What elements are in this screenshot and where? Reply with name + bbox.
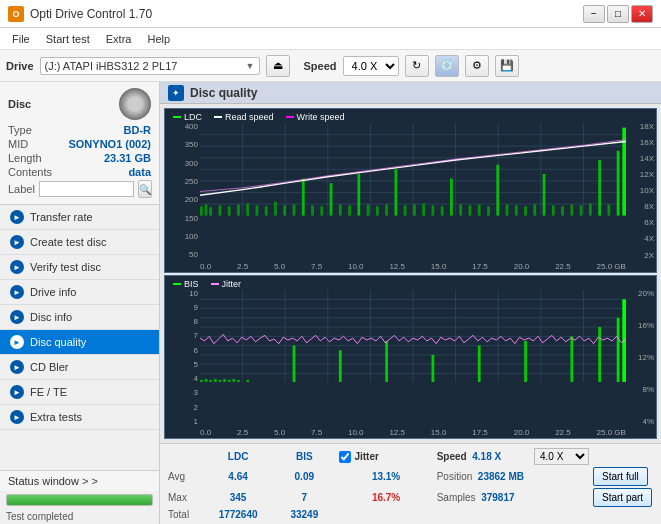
progress-bar-container [6, 494, 153, 506]
svg-rect-57 [570, 204, 573, 215]
minimize-button[interactable]: − [583, 5, 605, 23]
menu-help[interactable]: Help [139, 31, 178, 47]
stats-max-row: Max 345 7 16.7% Samples 379817 Start par… [168, 488, 653, 507]
stats-total-row: Total 1772640 33249 [168, 509, 653, 520]
sidebar-item-verify-test-disc[interactable]: ► Verify test disc [0, 255, 159, 280]
menu-file[interactable]: File [4, 31, 38, 47]
eject-button[interactable]: ⏏ [266, 55, 290, 77]
avg-jitter: 13.1% [339, 471, 432, 482]
position-label-cell: Position 23862 MB [437, 471, 530, 482]
nav-label-cd-bler: CD Bler [30, 361, 69, 373]
nav-label-disc-quality: Disc quality [30, 336, 86, 348]
disc-button[interactable]: 💿 [435, 55, 459, 77]
write-speed-legend-label: Write speed [297, 112, 345, 122]
svg-rect-98 [570, 336, 573, 382]
position-val: 23862 MB [478, 471, 524, 482]
speed-select[interactable]: 4.0 X 1.0 X 2.0 X 8.0 X [343, 56, 399, 76]
chart1-y-axis: 400 350 300 250 200 150 100 50 [165, 109, 200, 272]
disc-panel-header: Disc [8, 88, 151, 120]
sidebar-item-drive-info[interactable]: ► Drive info [0, 280, 159, 305]
avg-label: Avg [168, 471, 203, 482]
refresh-button[interactable]: ↻ [405, 55, 429, 77]
disc-label-input[interactable] [39, 181, 134, 197]
svg-rect-26 [283, 205, 286, 215]
read-speed-legend-label: Read speed [225, 112, 274, 122]
chart2-y-right-axis: 20% 16% 12% 8% 4% [626, 276, 656, 439]
svg-rect-23 [256, 205, 259, 215]
main-layout: Disc Type BD-R MID SONYNO1 (002) Length … [0, 82, 661, 524]
write-speed-legend-item: Write speed [286, 112, 345, 122]
disc-contents-row: Contents data [8, 166, 151, 178]
chart2-svg [200, 290, 626, 383]
disc-contents-value: data [128, 166, 151, 178]
svg-rect-48 [487, 206, 490, 215]
jitter-col-label: Jitter [354, 451, 378, 462]
svg-rect-94 [385, 340, 388, 382]
samples-val: 379817 [481, 492, 514, 503]
save-button[interactable]: 💾 [495, 55, 519, 77]
svg-rect-83 [205, 378, 208, 382]
nav-label-disc-info: Disc info [30, 311, 72, 323]
jitter-checkbox[interactable] [339, 451, 351, 463]
disc-mid-value: SONYNO1 (002) [68, 138, 151, 150]
menu-start-test[interactable]: Start test [38, 31, 98, 47]
svg-rect-89 [232, 378, 235, 382]
max-bis: 7 [273, 492, 335, 503]
close-button[interactable]: ✕ [631, 5, 653, 23]
disc-label-row: Label 🔍 [8, 180, 151, 198]
status-window-button[interactable]: Status window > > [0, 470, 159, 491]
svg-rect-40 [413, 204, 416, 215]
svg-rect-88 [228, 379, 231, 382]
svg-rect-96 [478, 345, 481, 382]
svg-rect-36 [376, 206, 379, 215]
svg-rect-55 [552, 205, 555, 215]
chart2-x-axis: 0.0 2.5 5.0 7.5 10.0 12.5 15.0 17.5 20.0… [200, 428, 626, 438]
svg-rect-59 [589, 204, 592, 216]
svg-rect-90 [237, 379, 240, 382]
sidebar-item-cd-bler[interactable]: ► CD Bler [0, 355, 159, 380]
nav-icon-disc-info: ► [10, 310, 24, 324]
svg-rect-95 [432, 354, 435, 382]
svg-rect-54 [543, 174, 546, 216]
stats-panel: LDC BIS Jitter Speed 4.18 X 4.0 X Avg [160, 443, 661, 524]
menu-extra[interactable]: Extra [98, 31, 140, 47]
svg-rect-18 [209, 207, 212, 215]
svg-rect-25 [274, 202, 277, 216]
app-title: Opti Drive Control 1.70 [30, 7, 152, 21]
disc-type-label: Type [8, 124, 32, 136]
svg-rect-22 [246, 204, 249, 216]
settings-button[interactable]: ⚙ [465, 55, 489, 77]
disc-label-button[interactable]: 🔍 [138, 180, 152, 198]
sidebar-item-disc-info[interactable]: ► Disc info [0, 305, 159, 330]
svg-rect-32 [339, 204, 342, 215]
svg-rect-17 [205, 204, 208, 215]
disc-contents-label: Contents [8, 166, 52, 178]
speed-dropdown[interactable]: 4.0 X [534, 448, 589, 465]
sidebar-item-extra-tests[interactable]: ► Extra tests [0, 405, 159, 430]
nav-label-create-test-disc: Create test disc [30, 236, 106, 248]
title-bar-left: O Opti Drive Control 1.70 [8, 6, 152, 22]
svg-rect-45 [459, 204, 462, 215]
svg-rect-93 [339, 350, 342, 382]
svg-rect-41 [422, 204, 425, 216]
disc-quality-header: ✦ Disc quality [160, 82, 661, 104]
jitter-legend-label: Jitter [222, 279, 242, 289]
maximize-button[interactable]: □ [607, 5, 629, 23]
ldc-legend-item: LDC [173, 112, 202, 122]
nav-icon-extra-tests: ► [10, 410, 24, 424]
svg-rect-34 [357, 174, 360, 216]
sidebar-item-fe-te[interactable]: ► FE / TE [0, 380, 159, 405]
sidebar-item-disc-quality[interactable]: ► Disc quality [0, 330, 159, 355]
svg-rect-86 [219, 379, 222, 382]
drive-toolbar: Drive (J:) ATAPI iHBS312 2 PL17 ▼ ⏏ Spee… [0, 50, 661, 82]
svg-rect-24 [265, 206, 268, 215]
svg-rect-16 [200, 206, 203, 215]
start-part-button[interactable]: Start part [593, 488, 652, 507]
sidebar-item-create-test-disc[interactable]: ► Create test disc [0, 230, 159, 255]
svg-rect-56 [561, 206, 564, 215]
disc-length-label: Length [8, 152, 42, 164]
sidebar-item-transfer-rate[interactable]: ► Transfer rate [0, 205, 159, 230]
svg-rect-49 [496, 165, 499, 216]
nav-icon-transfer-rate: ► [10, 210, 24, 224]
start-full-button[interactable]: Start full [593, 467, 648, 486]
